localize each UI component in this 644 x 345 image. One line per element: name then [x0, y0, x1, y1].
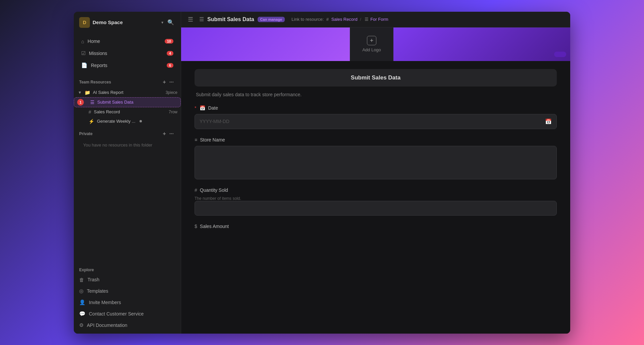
layout-toggle-icon[interactable]: ☰ [188, 16, 193, 23]
online-dot-icon [140, 120, 142, 122]
sidebar-item-sales-record[interactable]: # Sales Record 7row [74, 107, 181, 117]
empty-folder-message: You have no resources in this folder [74, 139, 181, 151]
search-icon[interactable]: 🔍 [166, 18, 175, 27]
reports-icon: 📄 [81, 62, 88, 68]
generate-weekly-label: Generate Weekly ... [97, 119, 136, 124]
date-icon: 📅 [200, 105, 205, 111]
folder-icon: 📁 [85, 90, 90, 95]
step-badge: 1 [77, 99, 84, 106]
team-resources-more-icon[interactable]: ··· [168, 78, 175, 86]
sidebar-item-submit-sales-data[interactable]: ☰ Submit Sales Data [74, 97, 181, 107]
missions-label: Missions [89, 51, 163, 56]
quantity-sold-input[interactable] [195, 201, 557, 216]
banner-area: + Add Logo [181, 27, 570, 61]
quantity-sold-field: # Quantity Sold The number of items sold… [195, 187, 557, 216]
store-name-icon: ≡ [195, 137, 197, 142]
submit-sales-data-label: Submit Sales Data [97, 100, 133, 105]
home-label: Home [88, 39, 161, 44]
invite-icon: 👤 [79, 299, 86, 305]
folder-count: 3piece [166, 90, 177, 95]
store-name-label: ≡ Store Name [195, 137, 557, 142]
team-resources-section: Team Resources + ··· [74, 74, 181, 88]
templates-label: Templates [87, 288, 108, 294]
sidebar-item-generate-weekly[interactable]: ⚡ Generate Weekly ... [74, 117, 181, 126]
trash-icon: 🗑 [79, 277, 84, 283]
sidebar-nav: ⌂ Home 10 ☑ Missions 4 📄 Reports 6 [74, 33, 181, 74]
link-prefix: Link to resource: [291, 17, 324, 22]
sidebar-item-api-docs[interactable]: ⚙ API Documentation [74, 320, 181, 331]
explore-section: Explore 🗑 Trash ◎ Templates 👤 Invite Mem… [74, 262, 181, 334]
sales-amount-label: $ Sales Amount [195, 224, 557, 229]
contact-customer-service-label: Contact Customer Service [89, 311, 144, 317]
date-input[interactable]: YYYY-MM-DD 📅 [195, 114, 557, 129]
manage-badge: Can manage [258, 17, 285, 22]
templates-icon: ◎ [79, 288, 84, 294]
sidebar-item-contact-customer-service[interactable]: 💬 Contact Customer Service [74, 308, 181, 320]
form-link-icon: ☰ [365, 17, 369, 22]
submit-sales-data-row[interactable]: 1 ☰ Submit Sales Data [74, 97, 181, 107]
sidebar-header: D Demo Space ▾ 🔍 [74, 12, 181, 33]
banner-button[interactable] [554, 52, 566, 57]
for-form-link[interactable]: For Form [370, 17, 388, 22]
reports-label: Reports [91, 63, 163, 68]
contact-icon: 💬 [79, 311, 86, 317]
form-title-bar: Submit Sales Data [195, 69, 557, 87]
sales-record-link[interactable]: Sales Record [331, 17, 358, 22]
sidebar-item-trash[interactable]: 🗑 Trash [74, 274, 181, 285]
store-name-field: ≡ Store Name [195, 137, 557, 179]
sidebar-item-invite-members[interactable]: 👤 Invite Members [74, 297, 181, 308]
sales-record-label: Sales Record [94, 109, 120, 114]
workspace-chevron-icon[interactable]: ▾ [161, 20, 163, 25]
team-resources-label: Team Resources [79, 80, 161, 84]
workspace-name: Demo Space [93, 19, 159, 25]
date-placeholder: YYYY-MM-DD [200, 119, 229, 124]
sidebar-item-reports[interactable]: 📄 Reports 6 [78, 60, 177, 71]
date-label-text: Date [208, 105, 218, 111]
sales-amount-label-text: Sales Amount [200, 224, 229, 229]
page-title: Submit Sales Data [207, 16, 254, 22]
date-field: * 📅 Date YYYY-MM-DD 📅 [195, 105, 557, 129]
sidebar-item-missions[interactable]: ☑ Missions 4 [78, 48, 177, 59]
store-name-label-text: Store Name [200, 137, 225, 142]
plus-icon: + [367, 36, 376, 45]
form-description: Submit daily sales data to track store p… [195, 92, 557, 97]
sidebar: D Demo Space ▾ 🔍 ⌂ Home 10 ☑ Missions 4 … [74, 12, 181, 334]
missions-icon: ☑ [81, 50, 86, 56]
add-team-resource-button[interactable]: + [161, 78, 167, 86]
sales-amount-field: $ Sales Amount [195, 224, 557, 229]
form-content: Submit Sales Data Submit daily sales dat… [181, 61, 570, 334]
date-label: * 📅 Date [195, 105, 557, 111]
banner-right [393, 27, 570, 61]
quantity-icon: # [195, 187, 197, 193]
folder-arrow-icon: ▼ [78, 90, 82, 95]
reports-badge: 6 [167, 63, 173, 68]
folder-ai-sales-report[interactable]: ▼ 📁 AI Sales Report 3piece [74, 88, 181, 97]
api-docs-label: API Documentation [87, 323, 127, 328]
link-separator: / [360, 17, 361, 22]
quantity-sold-label: # Quantity Sold [195, 187, 557, 193]
folder-name: AI Sales Report [93, 90, 123, 95]
topbar: ☰ ☰ Submit Sales Data Can manage Link to… [181, 12, 570, 27]
private-more-icon[interactable]: ··· [168, 130, 175, 137]
api-icon: ⚙ [79, 322, 84, 328]
calendar-icon: 📅 [545, 118, 552, 125]
dollar-icon: $ [195, 224, 197, 229]
banner-left [181, 27, 350, 61]
missions-badge: 4 [167, 51, 173, 56]
home-badge: 10 [165, 39, 173, 44]
quantity-sold-hint: The number of items sold. [195, 196, 557, 201]
form-wrapper: + Add Logo Submit Sales Data Submit dail… [181, 27, 570, 334]
resource-hash-icon: # [326, 17, 329, 22]
sidebar-item-templates[interactable]: ◎ Templates [74, 285, 181, 297]
quantity-sold-label-text: Quantity Sold [200, 187, 228, 193]
add-private-resource-button[interactable]: + [161, 130, 167, 137]
home-icon: ⌂ [81, 39, 84, 44]
store-name-input[interactable] [195, 146, 557, 179]
invite-members-label: Invite Members [89, 300, 121, 305]
add-logo-button[interactable]: + Add Logo [350, 27, 393, 61]
workspace-avatar: D [79, 17, 90, 28]
main-content: ☰ ☰ Submit Sales Data Can manage Link to… [181, 12, 570, 334]
sidebar-item-home[interactable]: ⌂ Home 10 [78, 36, 177, 47]
explore-label: Explore [74, 266, 181, 274]
topbar-form-icon: ☰ [199, 16, 204, 22]
